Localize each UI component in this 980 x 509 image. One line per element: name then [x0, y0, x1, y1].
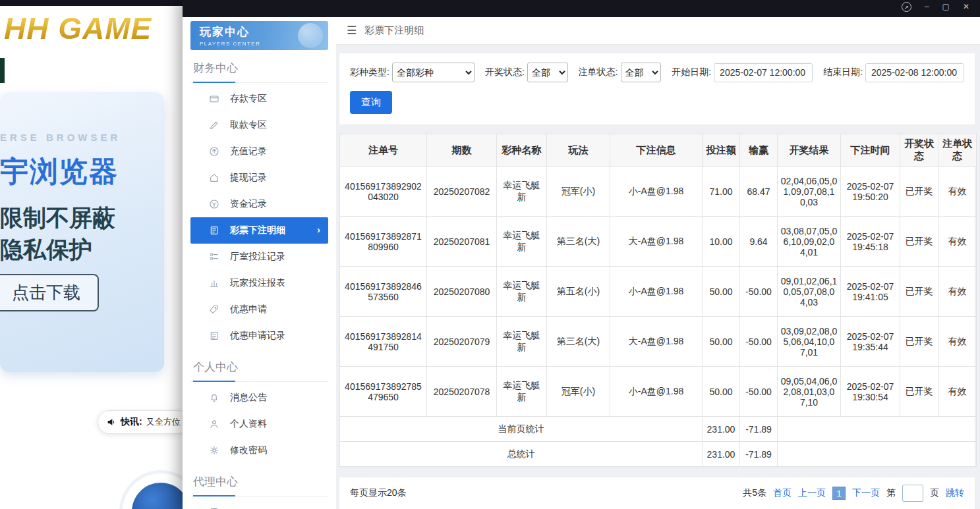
summary-empty: [778, 442, 977, 467]
start-date-label: 开始日期:: [672, 67, 711, 78]
table-cell: 401569173892785479650: [340, 367, 427, 417]
sidebar-section-heading: 代理中心: [190, 464, 328, 496]
table-cell: 已开奖: [900, 167, 938, 217]
close-icon[interactable]: ✕: [963, 2, 969, 11]
table-cell: 401569173892814491750: [340, 317, 427, 367]
sidebar-menu: 财务中心存款专区›取款专区›充值记录›提现记录›资金记录›彩票下注明细›厅室投注…: [190, 50, 328, 509]
sidebar-item-label: 玩家投注报表: [230, 277, 285, 289]
table-cell: 2025-02-07 19:50:20: [841, 167, 900, 217]
sidebar-item[interactable]: ›: [190, 499, 328, 509]
table-cell: -50.00: [740, 317, 778, 367]
bell-icon: [209, 392, 219, 403]
current-page-button[interactable]: 1: [832, 487, 846, 500]
draw-status-select[interactable]: 全部: [527, 63, 568, 82]
maximize-icon[interactable]: ▢: [942, 2, 950, 11]
summary-bet-total: 231.00: [703, 417, 740, 442]
table-cell: 幸运飞艇新: [497, 367, 547, 417]
sidebar-item-label: 消息公告: [230, 392, 267, 404]
lottery-type-select[interactable]: 全部彩种: [392, 63, 475, 82]
hamburger-icon[interactable]: ☰: [347, 24, 357, 38]
sidebar-item[interactable]: 修改密码›: [190, 437, 328, 464]
search-button[interactable]: 查询: [350, 91, 392, 114]
sidebar-item[interactable]: 厅室投注记录›: [190, 244, 328, 270]
share-icon[interactable]: ↗: [902, 2, 911, 12]
sidebar-item[interactable]: 优惠申请记录›: [190, 323, 328, 349]
ticker-label: 快讯:: [121, 416, 142, 428]
page-prefix-text: 第: [886, 487, 896, 499]
sidebar-item[interactable]: 消息公告›: [190, 385, 328, 411]
sidebar-item-label: 修改密码: [230, 444, 267, 456]
end-date-input[interactable]: [865, 63, 964, 82]
table-cell: 401569173892902043020: [340, 167, 427, 217]
table-header-row: 注单号期数彩种名称玩法下注信息投注额输赢开奖结果下注时间开奖状态注单状态: [340, 134, 977, 167]
sidebar-item[interactable]: 个人资料›: [190, 411, 328, 437]
column-header: 彩种名称: [497, 134, 547, 167]
summary-winloss-total: -71.89: [740, 442, 778, 467]
sidebar-item-label: 取款专区: [230, 119, 267, 131]
table-cell: 02,04,06,05,01,09,07,08,10,03: [778, 167, 841, 217]
top-strip: [0, 0, 183, 6]
sidebar-item[interactable]: 提现记录›: [190, 165, 328, 191]
main-topbar: ☰ 彩票下注明细: [336, 17, 980, 45]
column-header: 输赢: [740, 134, 778, 167]
table-cell: 冠军(小): [547, 367, 610, 417]
bet-status-select[interactable]: 全部: [621, 63, 662, 82]
table-cell: 2025-02-07 19:45:18: [841, 217, 900, 267]
table-cell: 幸运飞艇新: [497, 217, 547, 267]
table-cell: 2025-02-07 19:35:44: [841, 317, 900, 367]
summary-winloss-total: -71.89: [740, 417, 778, 442]
site-logo: HH GAME: [4, 11, 152, 46]
page-jump-input[interactable]: [902, 485, 923, 502]
table-cell: -50.00: [740, 267, 778, 317]
table-cell: 10.00: [703, 217, 740, 267]
table-cell: 冠军(小): [547, 167, 610, 217]
jump-link[interactable]: 跳转: [946, 487, 964, 499]
table-cell: 幸运飞艇新: [497, 167, 547, 217]
first-page-link[interactable]: 首页: [773, 487, 792, 499]
sidebar-item[interactable]: 优惠申请›: [190, 296, 328, 323]
table-cell: 9.64: [740, 217, 778, 267]
column-header: 投注额: [703, 134, 740, 167]
table-row: 40156917389284657356020250207080幸运飞艇新第五名…: [340, 267, 977, 317]
column-header: 注单号: [340, 134, 427, 167]
summary-label: 总统计: [340, 442, 703, 467]
sidebar-item[interactable]: 存款专区›: [190, 86, 328, 112]
sidebar-item-label: 优惠申请记录: [230, 330, 285, 342]
sidebar-item[interactable]: 资金记录›: [190, 191, 328, 217]
sidebar-item-label: 存款专区: [230, 93, 267, 105]
table-cell: 2025-02-07 19:30:54: [841, 367, 900, 417]
sidebar-item-label: 个人资料: [230, 418, 267, 430]
table-cell: 09,01,02,06,10,05,07,08,04,03: [778, 267, 841, 317]
table-cell: 50.00: [703, 367, 740, 417]
next-page-link[interactable]: 下一页: [852, 487, 880, 499]
promo-line3: 隐私保护: [0, 234, 92, 265]
prev-page-link[interactable]: 上一页: [798, 487, 826, 499]
sidebar-item[interactable]: 充值记录›: [190, 138, 328, 165]
summary-label: 当前页统计: [340, 417, 703, 442]
draw-status-label: 开奖状态:: [485, 67, 525, 78]
table-cell: 已开奖: [900, 367, 938, 417]
table-cell: 有效: [938, 367, 977, 417]
total-count-text: 共5条: [743, 487, 766, 499]
start-date-input[interactable]: [714, 63, 813, 82]
table-row: 40156917389281449175020250207079幸运飞艇新第三名…: [340, 317, 977, 367]
speaker-icon: [106, 417, 117, 427]
table-cell: 第三名(大): [547, 317, 610, 367]
summary-empty: [778, 417, 977, 442]
sidebar-item-label: 优惠申请: [230, 304, 267, 315]
gear-icon: [209, 445, 219, 456]
sidebar-item[interactable]: 玩家投注报表›: [190, 270, 328, 296]
promo-eyebrow-text: ERSE BROWSER: [0, 132, 121, 143]
download-button[interactable]: 点击下载: [0, 274, 99, 311]
table-cell: 20250207079: [427, 317, 497, 367]
sidebar-item[interactable]: 彩票下注明细›: [190, 217, 328, 244]
table-cell: 有效: [938, 167, 977, 217]
page-suffix-text: 页: [930, 487, 939, 499]
pagination-bar: 每页显示20条 共5条 首页 上一页 1 下一页 第 页 跳转: [339, 477, 975, 509]
column-header: 期数: [427, 134, 497, 167]
minimize-icon[interactable]: –: [925, 2, 929, 11]
column-header: 玩法: [547, 134, 610, 167]
sidebar-item[interactable]: 取款专区›: [190, 112, 328, 138]
table-cell: 有效: [938, 267, 977, 317]
person-icon: [209, 419, 219, 429]
